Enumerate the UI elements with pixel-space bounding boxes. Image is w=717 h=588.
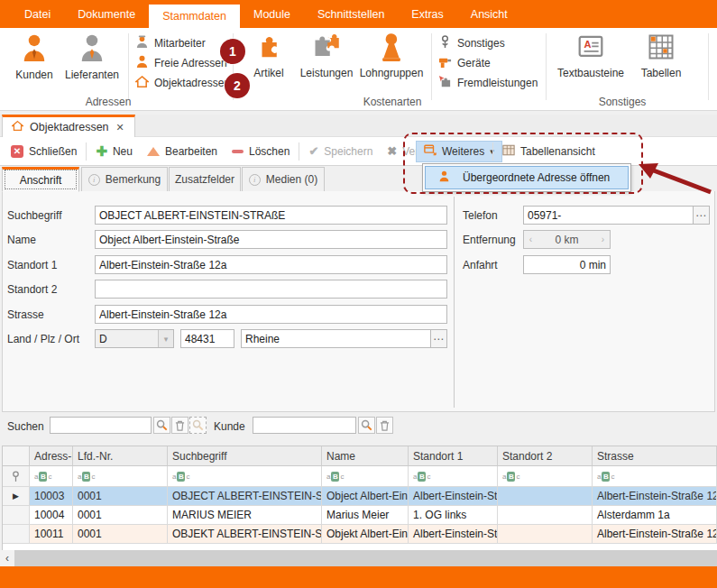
discard-x-icon: ✖ — [387, 144, 397, 158]
spin-right-icon[interactable]: › — [596, 231, 610, 248]
column-header-standort2[interactable]: Standort 2 — [498, 446, 593, 466]
menu-stammdaten[interactable]: Stammdaten — [149, 5, 240, 28]
ribbon-button-lieferanten[interactable]: Lieferanten — [60, 32, 124, 92]
entfernung-label: Entfernung — [463, 234, 516, 246]
tab-anschrift[interactable]: Anschrift — [2, 167, 79, 192]
filter-cell[interactable]: aBc — [168, 466, 322, 487]
telefon-lookup-button[interactable]: ⋯ — [693, 206, 710, 225]
search-icon — [361, 419, 372, 431]
standort2-label: Standort 2 — [7, 283, 57, 296]
name-field[interactable] — [95, 230, 447, 249]
ribbon-button-textbausteine[interactable]: A Textbausteine — [553, 32, 629, 92]
ribbon-button-lohngruppen[interactable]: Lohngruppen — [357, 32, 426, 92]
menu-datei[interactable]: Datei — [11, 0, 64, 28]
filter-cell[interactable]: aBc — [30, 466, 73, 487]
document-tab-strip: Objektadressen ✕ — [0, 115, 717, 137]
menu-item-uebergeordnete-adresse[interactable]: Übergeordnete Adresse öffnen — [425, 166, 629, 189]
cell-standort1: Albert-Einstein-Straße 12a — [409, 487, 498, 506]
more-window-icon — [424, 144, 437, 159]
ribbon-button-geraete[interactable]: Geräte — [438, 55, 538, 70]
table-row[interactable]: 10004 0001 MARIUS MEIER Marius Meier 1. … — [3, 506, 717, 525]
clear-search-button[interactable] — [171, 417, 188, 434]
cell-adress-id: 10003 — [30, 487, 73, 506]
suchen-label: Suchen — [7, 420, 44, 433]
check-icon: ✔ — [308, 144, 318, 158]
filter-cell[interactable]: aBc — [322, 466, 409, 487]
neu-button[interactable]: ✚ Neu — [88, 141, 140, 162]
table-header-row: Adress-I ▲ Lfd.-Nr. Suchbegriff Name Sta… — [3, 446, 717, 466]
column-header-suchbegriff[interactable]: Suchbegriff — [168, 446, 322, 466]
ribbon-button-tabellen[interactable]: Tabellen — [634, 32, 688, 92]
chevron-down-icon[interactable]: ▾ — [158, 330, 173, 347]
column-header-standort1[interactable]: Standort 1 — [409, 446, 498, 466]
tab-zusatzfelder[interactable]: Zusatzfelder — [169, 167, 241, 192]
kunde-input[interactable] — [253, 417, 356, 434]
tab-medien[interactable]: i Medien (0) — [242, 167, 325, 192]
house-icon — [12, 120, 23, 134]
strasse-label: Strasse — [7, 308, 44, 321]
filter-cell[interactable]: aBc — [409, 466, 498, 487]
kunde-clear-button[interactable] — [376, 417, 393, 434]
menu-dokumente[interactable]: Dokumente — [64, 0, 149, 28]
spin-left-icon[interactable]: ‹ — [524, 231, 538, 248]
search-button[interactable] — [153, 417, 170, 434]
ort-field[interactable] — [241, 329, 431, 348]
application-window: Datei Dokumente Stammdaten Module Schnit… — [0, 0, 717, 588]
record-toolbar: ✕ Schließen ✚ Neu Bearbeiten Löschen ✔ S… — [0, 137, 717, 166]
filter-cell[interactable]: aBc — [593, 466, 717, 487]
scroll-left-icon[interactable]: ‹ — [0, 550, 14, 566]
speichern-button[interactable]: ✔ Speichern — [301, 141, 380, 162]
table-row[interactable]: ▶ 10003 0001 OBJECT ALBERT-EINSTEIN-STRA… — [3, 487, 717, 506]
cell-name: Objekt Albert-Einstein-Straße — [322, 525, 409, 544]
land-plz-ort-label: Land / Plz / Ort — [7, 333, 79, 345]
loeschen-button[interactable]: Löschen — [225, 141, 297, 162]
ribbon-button-mitarbeiter[interactable]: Mitarbeiter — [135, 35, 230, 51]
column-header-adress-id[interactable]: Adress-I ▲ — [30, 446, 73, 466]
ribbon-button-kunden[interactable]: Kunden — [5, 32, 63, 92]
column-header-strasse[interactable]: Strasse — [593, 446, 717, 466]
cell-standort2 — [498, 506, 593, 525]
telefon-field[interactable] — [523, 206, 694, 225]
column-header-lfd-nr[interactable]: Lfd.-Nr. — [73, 446, 168, 466]
filter-cell[interactable]: aBc — [73, 466, 168, 487]
menu-schnittstellen[interactable]: Schnittstellen — [304, 0, 398, 28]
close-red-icon: ✕ — [11, 145, 23, 158]
menu-extras[interactable]: Extras — [398, 0, 456, 28]
ribbon-button-fremdleistungen[interactable]: Fremdleistungen — [438, 75, 538, 90]
strasse-field[interactable] — [95, 305, 447, 324]
entfernung-spinner: ‹ 0 km › — [523, 230, 611, 249]
suchbegriff-label: Suchbegriff — [7, 209, 62, 222]
search-selection-icon — [192, 419, 204, 431]
suchbegriff-field[interactable] — [95, 206, 447, 225]
ribbon-button-leistungen[interactable]: Leistungen — [296, 32, 357, 92]
bearbeiten-button[interactable]: Bearbeiten — [140, 141, 225, 162]
search-panel: Suchen Kunde — [0, 412, 717, 442]
weiteres-dropdown-button[interactable]: Weiteres ▾ — [416, 141, 502, 162]
anfahrt-field[interactable] — [523, 255, 611, 274]
abc-filter-icon: aBc — [34, 472, 51, 482]
tabellenansicht-button[interactable]: Tabellenansicht — [497, 141, 601, 162]
house-icon — [135, 75, 149, 91]
suchen-input[interactable] — [50, 417, 152, 434]
standort1-field[interactable] — [95, 255, 447, 274]
plz-field[interactable] — [180, 329, 234, 348]
standort2-field[interactable] — [95, 280, 447, 299]
menu-ansicht[interactable]: Ansicht — [457, 0, 521, 28]
schliessen-button[interactable]: ✕ Schließen — [4, 141, 84, 162]
tab-bemerkung[interactable]: i Bemerkung — [81, 167, 168, 192]
filter-cell[interactable]: aBc — [498, 466, 593, 487]
ribbon-button-freie-adressen[interactable]: Freie Adressen — [135, 55, 230, 70]
ort-lookup-button[interactable]: ⋯ — [430, 329, 447, 348]
tab-objektadressen[interactable]: Objektadressen ✕ — [2, 115, 135, 137]
search-options-button[interactable] — [189, 417, 207, 434]
kunde-search-button[interactable] — [358, 417, 375, 434]
menu-module[interactable]: Module — [240, 0, 304, 28]
ribbon-button-objektadressen[interactable]: Objektadressen — [135, 75, 230, 90]
column-header-name[interactable]: Name — [322, 446, 409, 466]
ribbon-button-sonstiges-kostenart[interactable]: Sonstiges — [438, 35, 538, 51]
close-tab-icon[interactable]: ✕ — [115, 122, 125, 133]
horizontal-scrollbar[interactable]: ‹ — [0, 550, 717, 566]
name-label: Name — [7, 234, 36, 246]
table-row[interactable]: 10011 0001 OBJEKT ALBERT-EINSTEIN-STRAßE… — [3, 525, 717, 544]
anfahrt-label: Anfahrt — [463, 259, 498, 271]
